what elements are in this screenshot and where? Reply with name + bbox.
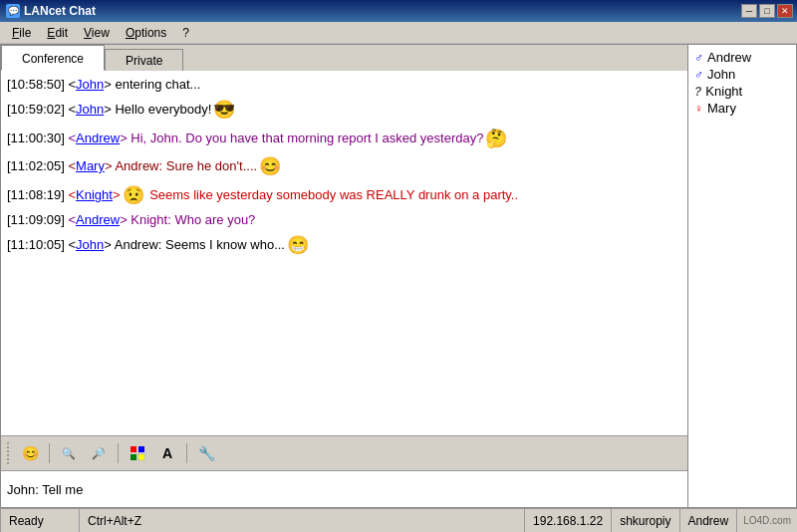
sender-mary-link[interactable]: Mary (76, 158, 105, 173)
messages-area: [10:58:50] <John> entering chat... [10:5… (1, 71, 687, 435)
status-ip: 192.168.1.22 (525, 509, 612, 532)
toolbar-separator (186, 443, 187, 463)
main-area: Conference Private [10:58:50] <John> ent… (0, 44, 797, 508)
emoji-thinking: 🤔 (485, 125, 507, 153)
app-icon: 💬 (6, 4, 20, 18)
toolbar-separator (118, 443, 119, 463)
emoji-grin: 😁 (287, 231, 309, 260)
message-row: [11:00:30] <Andrew> Hi, John. Do you hav… (7, 125, 681, 153)
message-row: [10:58:50] <John> entering chat... (7, 75, 681, 96)
toolbar-separator (49, 443, 50, 463)
user-item-knight[interactable]: ? Knight (692, 83, 792, 100)
color-button[interactable] (125, 440, 150, 466)
sender-andrew-link[interactable]: Andrew (76, 212, 120, 227)
menu-options[interactable]: Options (118, 24, 174, 42)
user-list: ♂ Andrew ♂ John ? Knight ♀ Mary (687, 44, 797, 508)
emoji-sunglasses: 😎 (213, 96, 235, 125)
status-ready: Ready (0, 509, 80, 532)
gender-unknown-icon: ? (694, 85, 701, 99)
toolbar-handle (5, 438, 13, 468)
zoom-in-button[interactable]: 🔎 (86, 440, 112, 466)
title-bar: 💬 LANcet Chat ─ □ ✕ (0, 0, 797, 22)
svg-rect-2 (131, 454, 136, 460)
sender-john-link[interactable]: John (76, 237, 104, 252)
message-row: [11:02:05] <Mary> Andrew: Sure he don't.… (7, 152, 681, 181)
sender-andrew-link[interactable]: Andrew (76, 131, 120, 145)
status-shortcut: Ctrl+Alt+Z (80, 509, 525, 532)
emoji-smile: 😊 (259, 152, 281, 181)
menu-help[interactable]: ? (174, 24, 197, 42)
window-title: LANcet Chat (24, 4, 96, 18)
formatting-toolbar: 😊 🔍 🔎 A 🔧 (1, 435, 687, 471)
chat-area: Conference Private [10:58:50] <John> ent… (0, 44, 687, 508)
tab-bar: Conference Private (1, 45, 687, 71)
sender-knight-link[interactable]: Knight (76, 187, 113, 202)
tab-private[interactable]: Private (105, 49, 183, 71)
svg-rect-1 (138, 446, 144, 452)
menu-edit[interactable]: Edit (39, 24, 76, 42)
status-current-user: Andrew (680, 509, 738, 532)
minimize-button[interactable]: ─ (741, 4, 757, 18)
tools-button[interactable]: 🔧 (193, 440, 219, 466)
menu-file[interactable]: File (4, 24, 39, 42)
title-buttons: ─ □ ✕ (741, 4, 793, 18)
message-row: [10:59:02] <John> Hello everybody! 😎 (7, 96, 681, 125)
emoji-button[interactable]: 😊 (17, 440, 43, 466)
user-item-mary[interactable]: ♀ Mary (692, 100, 792, 117)
username-john: John (707, 67, 735, 82)
close-button[interactable]: ✕ (777, 4, 793, 18)
user-item-john[interactable]: ♂ John (692, 66, 792, 83)
message-row: [11:09:09] <Andrew> Knight: Who are you? (7, 210, 681, 231)
gender-female-icon: ♀ (694, 102, 703, 116)
svg-rect-0 (131, 446, 136, 452)
maximize-button[interactable]: □ (759, 4, 775, 18)
sender-john-link[interactable]: John (76, 77, 104, 92)
input-area (1, 471, 687, 507)
menu-bar: File Edit View Options ? (0, 22, 797, 44)
watermark: LO4D.com (737, 515, 797, 526)
zoom-out-button[interactable]: 🔍 (56, 440, 82, 466)
gender-male-icon: ♂ (694, 51, 703, 65)
svg-rect-3 (138, 454, 144, 460)
status-username: shkuropiy (612, 509, 679, 532)
user-item-andrew[interactable]: ♂ Andrew (692, 49, 792, 66)
username-andrew: Andrew (707, 50, 751, 65)
username-knight: Knight (705, 84, 742, 99)
status-bar: Ready Ctrl+Alt+Z 192.168.1.22 shkuropiy … (0, 508, 797, 532)
emoji-worried: 😟 (123, 181, 144, 210)
font-button[interactable]: A (154, 440, 180, 466)
sender-john-link[interactable]: John (76, 102, 104, 117)
tab-conference[interactable]: Conference (1, 45, 105, 71)
gender-male-icon: ♂ (694, 68, 703, 82)
message-row: [11:10:05] <John> Andrew: Seems I know w… (7, 231, 681, 260)
username-mary: Mary (707, 101, 736, 116)
chat-input[interactable] (7, 482, 681, 497)
menu-view[interactable]: View (76, 24, 118, 42)
message-row: [11:08:19] <Knight> 😟 Seems like yesterd… (7, 181, 681, 210)
